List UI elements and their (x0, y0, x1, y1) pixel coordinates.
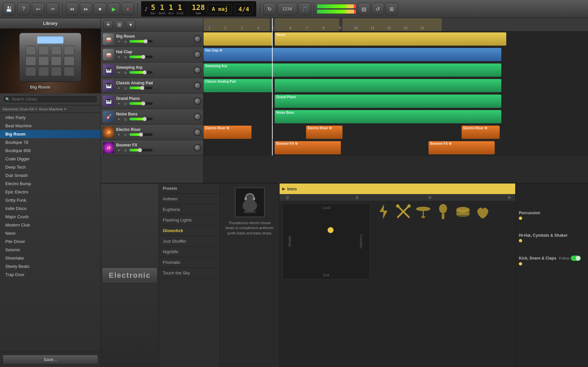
save-button[interactable]: Save... (3, 355, 98, 364)
track-solo-hat-clap[interactable]: ◎ (123, 54, 128, 60)
timeline-track-analog-pad[interactable]: Classic Analog Pad (204, 78, 588, 94)
library-item-indie-disco[interactable]: Indie Disco (0, 204, 101, 213)
timeline-track-sweeping-arp[interactable]: Sweeping Arp (204, 62, 588, 78)
library-item-seismic[interactable]: Seismic (0, 246, 101, 254)
track-fader-electro-riser[interactable] (129, 133, 153, 136)
track-mute-grand-piano[interactable]: ✦ (116, 101, 121, 106)
clip-analog-pad-main[interactable] (275, 79, 501, 92)
xy-dot[interactable] (328, 227, 334, 233)
library-item-crate-digger[interactable]: Crate Digger (0, 155, 101, 163)
mixer-button[interactable]: ▤ (358, 3, 370, 15)
track-pan-hat-clap[interactable] (194, 51, 201, 58)
track-mute-boomer-fx[interactable]: ✦ (116, 147, 121, 153)
library-item-deep-tech[interactable]: Deep Tech (0, 163, 101, 171)
metronome-button[interactable]: 🎵 (298, 3, 311, 15)
track-pan-big-room[interactable] (194, 35, 201, 43)
track-mute-hat-clap[interactable]: ✦ (116, 54, 121, 60)
track-fader-noise-bass[interactable] (129, 118, 153, 120)
clip-boomer-fx-2[interactable]: Boomer FX ⚙ (429, 141, 495, 154)
library-item-electro-bump[interactable]: Electro Bump (0, 180, 101, 188)
track-solo-grand-piano[interactable]: ◎ (123, 101, 128, 106)
track-solo-analog-pad[interactable]: ◎ (123, 85, 128, 91)
preset-prismatic[interactable]: Prismatic (159, 257, 220, 268)
library-item-beat-machine[interactable]: Beat Machine (0, 122, 101, 130)
track-pan-electro-riser[interactable] (194, 129, 201, 136)
library-item-big-room[interactable]: Big Room (0, 130, 101, 138)
output-button[interactable]: ⊞ (385, 3, 398, 15)
undo-button[interactable]: ↺ (372, 3, 384, 15)
track-view-button[interactable]: ⊞ (115, 20, 124, 29)
search-input[interactable] (3, 95, 98, 103)
preset-just-shufflin[interactable]: Just Shufflin (159, 236, 220, 247)
track-pan-sweeping-arp[interactable] (194, 66, 201, 74)
loop-button[interactable]: ↩ (32, 3, 44, 15)
track-fader-big-room[interactable] (129, 40, 153, 43)
timeline-track-hat-clap[interactable]: Hat Clap ⚙ (204, 47, 588, 62)
key-display[interactable]: A maj (207, 4, 232, 14)
genre-panel[interactable]: Electronic (101, 184, 159, 367)
preset-glowstick[interactable]: Glowstick (159, 225, 220, 236)
clip-big-room-verse[interactable]: Verse (275, 32, 506, 46)
library-item-neon[interactable]: Neon (0, 229, 101, 237)
timeline[interactable]: Intro Verse Chorus 1 2 3 4 5 6 7 (204, 18, 588, 183)
cut-button[interactable]: ✂ (46, 3, 59, 15)
track-mute-big-room[interactable]: ✦ (116, 39, 121, 44)
library-item-major-crush[interactable]: Major Crush (0, 213, 101, 221)
clip-sweeping-arp-main[interactable]: Sweeping Arp (204, 63, 501, 77)
library-item-epic-electro[interactable]: Epic Electro (0, 188, 101, 196)
timeline-track-boomer-fx[interactable]: Boomer FX ⚙ Boomer FX ⚙ (204, 140, 588, 156)
clip-electro-riser-1[interactable]: Electro Riser ⚙ (204, 126, 251, 139)
track-mute-analog-pad[interactable]: ✦ (116, 85, 121, 91)
track-solo-sweeping-arp[interactable]: ◎ (123, 70, 128, 75)
timeline-track-big-room[interactable]: Verse (204, 31, 588, 47)
clip-big-room-intro[interactable] (204, 32, 272, 46)
breadcrumb-link-2[interactable]: Drum Machine (39, 107, 63, 111)
track-filter-button[interactable]: ▼ (126, 20, 135, 29)
track-solo-big-room[interactable]: ◎ (123, 39, 128, 44)
track-solo-noise-bass[interactable]: ◎ (123, 116, 128, 122)
hihat-dot[interactable] (519, 239, 522, 242)
clip-hat-clap-main[interactable]: Hat Clap ⚙ (204, 48, 501, 61)
save-button[interactable]: 💾 (3, 3, 15, 15)
add-track-button[interactable]: + (104, 20, 113, 29)
preset-euphoria[interactable]: Euphoria (159, 204, 220, 215)
track-pan-analog-pad[interactable] (194, 82, 201, 89)
record-button[interactable]: ● (121, 3, 134, 15)
clip-boomer-fx-1[interactable]: Boomer FX ⚙ (275, 141, 341, 154)
library-item-boutique-78[interactable]: Boutique 78 (0, 138, 101, 146)
stop-button[interactable]: ■ (94, 3, 106, 15)
timeline-track-grand-piano[interactable]: Grand Piano (204, 94, 588, 109)
track-fader-sweeping-arp[interactable] (129, 71, 153, 74)
clip-analog-pad-intro[interactable]: Classic Analog Pad (204, 79, 272, 92)
library-item-steely-beats[interactable]: Steely Beats (0, 262, 101, 270)
beat-play-icon[interactable]: ▶ (282, 186, 285, 191)
track-fader-analog-pad[interactable] (129, 87, 153, 89)
library-item-pile-driver[interactable]: Pile Driver (0, 237, 101, 246)
library-item-dub-smash[interactable]: Dub Smash (0, 171, 101, 180)
track-mute-electro-riser[interactable]: ✦ (116, 132, 121, 137)
track-mute-noise-bass[interactable]: ✦ (116, 116, 121, 122)
preset-touch-the-sky[interactable]: Touch the Sky (159, 268, 220, 278)
fast-forward-button[interactable]: ⏭ (80, 3, 92, 15)
track-pan-grand-piano[interactable] (194, 98, 201, 105)
track-fader-grand-piano[interactable] (129, 102, 153, 105)
signature-display[interactable]: 4/4 (235, 4, 253, 14)
breadcrumb-link-1[interactable]: Electronic Drum Kit (3, 107, 34, 111)
library-item-trap-door[interactable]: Trap Door (0, 270, 101, 279)
library-item-boutique-808[interactable]: Boutique 808 (0, 146, 101, 155)
follow-switch[interactable] (571, 256, 581, 261)
genre-label[interactable]: Electronic (102, 267, 158, 283)
kick-dot[interactable] (519, 262, 522, 265)
preset-anthem[interactable]: Anthem (159, 194, 220, 204)
track-solo-boomer-fx[interactable]: ◎ (123, 147, 128, 153)
library-item-gritty-funk[interactable]: Gritty Funk (0, 196, 101, 204)
track-pan-boomer-fx[interactable] (194, 144, 201, 151)
rewind-button[interactable]: ⏮ (66, 3, 78, 15)
play-button[interactable]: ▶ (108, 3, 120, 15)
preset-nightlife[interactable]: Nightlife (159, 247, 220, 257)
library-item-silverlake[interactable]: Silverlake (0, 254, 101, 262)
track-fader-hat-clap[interactable] (129, 56, 153, 58)
library-item-after-party[interactable]: After Party (0, 113, 101, 122)
track-solo-electro-riser[interactable]: ◎ (123, 132, 128, 137)
percussion-dot[interactable] (519, 217, 522, 220)
